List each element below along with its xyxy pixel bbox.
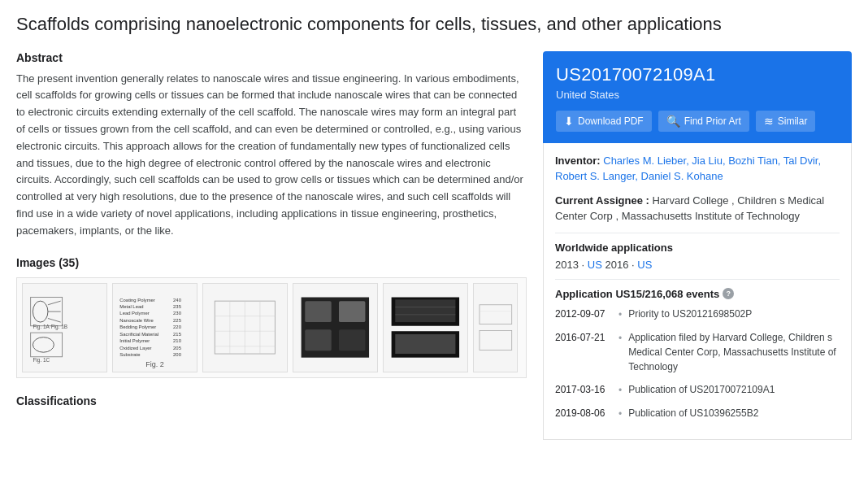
event-date-1: 2016-07-21 xyxy=(555,330,612,374)
svg-rect-48 xyxy=(480,331,512,351)
svg-line-4 xyxy=(48,318,61,322)
sep-1: · xyxy=(582,259,588,271)
svg-point-8 xyxy=(33,337,54,353)
events-help-icon[interactable]: ? xyxy=(723,288,734,299)
similar-label: Similar xyxy=(778,115,808,127)
image-thumb-6[interactable] xyxy=(473,283,518,372)
event-row-0: 2012-09-07 • Priority to US20121698502P xyxy=(555,307,840,322)
image-thumb-5[interactable] xyxy=(383,283,468,372)
svg-text:205: 205 xyxy=(173,346,182,351)
country-us-link-1[interactable]: US xyxy=(588,259,602,271)
svg-point-1 xyxy=(33,301,49,322)
event-row-2: 2017-03-16 • Publication of US2017007210… xyxy=(555,382,840,398)
svg-rect-41 xyxy=(395,299,455,322)
patent-country: United States xyxy=(556,89,839,101)
events-section: Application US15/216,068 events ? xyxy=(555,288,840,300)
event-dot-2: • xyxy=(618,383,622,398)
abstract-text: The present invention generally relates … xyxy=(16,71,527,240)
svg-text:Lead Polymer: Lead Polymer xyxy=(120,311,150,316)
svg-text:215: 215 xyxy=(173,332,182,337)
patent-card-header: US20170072109A1 United States ⬇ Download… xyxy=(543,51,852,143)
find-prior-art-label: Find Prior Art xyxy=(684,115,741,127)
events-label: Application US15/216,068 events xyxy=(555,288,719,300)
download-pdf-label: Download PDF xyxy=(578,115,644,127)
similar-button[interactable]: ≋ Similar xyxy=(756,111,816,132)
svg-text:Fig. 1C: Fig. 1C xyxy=(33,357,50,364)
svg-text:235: 235 xyxy=(173,304,182,309)
svg-text:Initial Polymer: Initial Polymer xyxy=(120,338,150,343)
svg-text:Sacrificial Material: Sacrificial Material xyxy=(120,332,159,337)
image-thumb-1[interactable]: Fig. 1A Fig. 1B Fig. 1C xyxy=(22,283,107,372)
event-dot-3: • xyxy=(618,407,622,421)
pdf-icon: ⬇ xyxy=(564,115,574,128)
svg-rect-38 xyxy=(305,329,331,351)
svg-text:Bedding Polymer: Bedding Polymer xyxy=(120,324,157,329)
event-desc-1: Application filed by Harvard College, Ch… xyxy=(628,330,840,374)
svg-text:225: 225 xyxy=(173,318,182,323)
event-desc-3: Publication of US10396255B2 xyxy=(628,406,840,421)
classifications-heading: Classifications xyxy=(16,394,527,407)
svg-text:Coating Polymer: Coating Polymer xyxy=(120,298,155,303)
patent-number: US20170072109A1 xyxy=(556,64,839,85)
inventor-row: Inventor: Charles M. Lieber, Jia Liu, Bo… xyxy=(555,153,840,185)
svg-text:Oxidized Layer: Oxidized Layer xyxy=(120,346,152,351)
patent-details: Inventor: Charles M. Lieber, Jia Liu, Bo… xyxy=(543,143,852,440)
page-title: Scaffolds comprising nanoelectronic comp… xyxy=(16,13,852,37)
event-date-0: 2012-09-07 xyxy=(555,307,612,322)
event-desc-2: Publication of US20170072109A1 xyxy=(628,382,840,398)
svg-line-2 xyxy=(48,301,61,305)
find-prior-art-button[interactable]: 🔍 Find Prior Art xyxy=(658,111,749,132)
event-date-3: 2019-08-06 xyxy=(555,406,612,421)
assignee-row: Current Assignee : Harvard College , Chi… xyxy=(555,193,840,224)
image-thumb-4[interactable] xyxy=(293,283,378,372)
images-heading: Images (35) xyxy=(16,256,527,269)
svg-text:220: 220 xyxy=(173,324,182,329)
svg-rect-45 xyxy=(395,334,455,354)
svg-text:Metal Lead: Metal Lead xyxy=(120,304,144,309)
prior-art-icon: 🔍 xyxy=(666,115,680,128)
svg-text:Nanoscale Wire: Nanoscale Wire xyxy=(120,318,154,323)
images-count: (35) xyxy=(59,256,79,269)
worldwide-label: Worldwide applications xyxy=(555,242,840,254)
event-row-3: 2019-08-06 • Publication of US10396255B2 xyxy=(555,406,840,421)
divider-1 xyxy=(555,233,840,233)
year-2013: 2013 xyxy=(555,259,579,271)
svg-text:230: 230 xyxy=(173,311,182,316)
svg-text:240: 240 xyxy=(173,298,182,303)
images-section: Images (35) Fig. 1A Fig. 1B xyxy=(16,256,527,378)
image-thumb-3[interactable] xyxy=(202,283,288,372)
abstract-heading: Abstract xyxy=(16,51,527,64)
svg-rect-37 xyxy=(339,301,365,322)
event-dot-1: • xyxy=(618,331,622,374)
svg-text:200: 200 xyxy=(173,352,182,357)
worldwide-years: 2013 · US 2016 · US xyxy=(555,259,840,271)
image-thumb-2[interactable]: Coating Polymer 240 Metal Lead 235 Lead … xyxy=(112,283,197,372)
download-pdf-button[interactable]: ⬇ Download PDF xyxy=(556,111,652,132)
event-row-1: 2016-07-21 • Application filed by Harvar… xyxy=(555,330,840,374)
svg-text:Fig. 1A: Fig. 1A xyxy=(33,324,50,330)
assignee-label: Current Assignee : xyxy=(555,194,649,207)
event-dot-0: • xyxy=(618,307,622,322)
left-column: Abstract The present invention generally… xyxy=(16,51,527,440)
svg-rect-7 xyxy=(31,333,63,357)
year-2016: 2016 xyxy=(605,259,628,271)
country-us-link-2[interactable]: US xyxy=(637,259,652,271)
svg-text:Substrate: Substrate xyxy=(120,352,141,357)
svg-rect-39 xyxy=(339,329,365,351)
divider-2 xyxy=(555,279,840,280)
action-buttons: ⬇ Download PDF 🔍 Find Prior Art ≋ Simila… xyxy=(556,111,839,132)
event-date-2: 2017-03-16 xyxy=(555,382,612,398)
images-strip[interactable]: Fig. 1A Fig. 1B Fig. 1C Coating Polymer … xyxy=(16,277,527,378)
svg-text:Fig. 1B: Fig. 1B xyxy=(51,324,68,330)
similar-icon: ≋ xyxy=(764,115,774,128)
right-column: US20170072109A1 United States ⬇ Download… xyxy=(543,51,852,440)
inventor-label: Inventor: xyxy=(555,155,601,167)
svg-rect-46 xyxy=(480,305,512,324)
event-desc-0: Priority to US20121698502P xyxy=(628,307,840,322)
svg-text:210: 210 xyxy=(173,338,182,343)
svg-rect-36 xyxy=(305,301,331,322)
